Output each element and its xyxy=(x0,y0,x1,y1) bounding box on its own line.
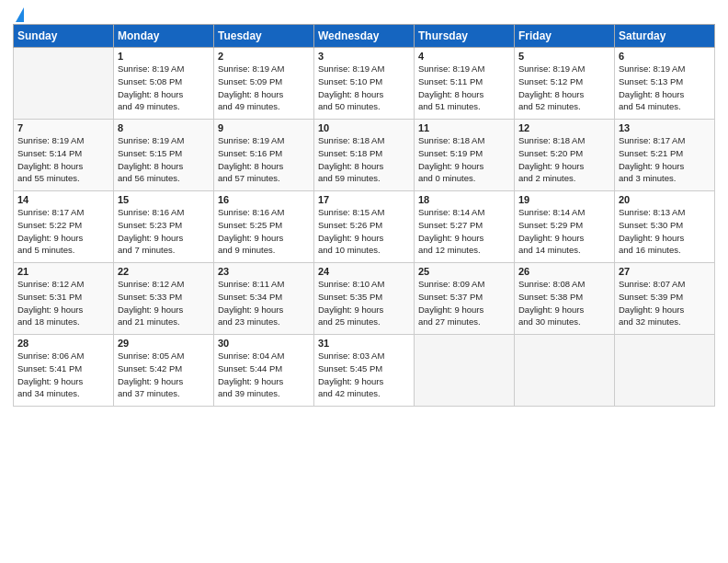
day-info: Sunrise: 8:08 AM Sunset: 5:38 PM Dayligh… xyxy=(518,278,610,328)
page-container: SundayMondayTuesdayWednesdayThursdayFrid… xyxy=(0,0,728,416)
calendar-table: SundayMondayTuesdayWednesdayThursdayFrid… xyxy=(13,24,715,407)
day-number: 3 xyxy=(318,51,410,62)
day-info: Sunrise: 8:19 AM Sunset: 5:10 PM Dayligh… xyxy=(318,63,410,113)
day-number: 10 xyxy=(318,122,410,133)
day-number: 11 xyxy=(418,122,510,133)
day-header-wednesday: Wednesday xyxy=(314,25,415,48)
day-info: Sunrise: 8:17 AM Sunset: 5:22 PM Dayligh… xyxy=(17,206,109,257)
day-number: 15 xyxy=(118,194,210,205)
calendar-week-2: 7Sunrise: 8:19 AM Sunset: 5:14 PM Daylig… xyxy=(14,120,715,191)
calendar-cell: 5Sunrise: 8:19 AM Sunset: 5:12 PM Daylig… xyxy=(515,48,615,120)
day-number: 25 xyxy=(418,266,510,277)
day-info: Sunrise: 8:19 AM Sunset: 5:16 PM Dayligh… xyxy=(218,134,310,185)
calendar-cell: 16Sunrise: 8:16 AM Sunset: 5:25 PM Dayli… xyxy=(214,191,314,263)
day-info: Sunrise: 8:17 AM Sunset: 5:21 PM Dayligh… xyxy=(619,134,711,185)
calendar-cell: 23Sunrise: 8:11 AM Sunset: 5:34 PM Dayli… xyxy=(214,263,314,335)
day-info: Sunrise: 8:13 AM Sunset: 5:30 PM Dayligh… xyxy=(619,206,711,257)
day-info: Sunrise: 8:16 AM Sunset: 5:25 PM Dayligh… xyxy=(218,206,310,257)
calendar-cell xyxy=(415,335,515,407)
day-info: Sunrise: 8:18 AM Sunset: 5:20 PM Dayligh… xyxy=(518,134,610,185)
day-number: 24 xyxy=(318,266,410,277)
day-number: 28 xyxy=(17,338,109,349)
calendar-cell: 20Sunrise: 8:13 AM Sunset: 5:30 PM Dayli… xyxy=(615,191,715,263)
calendar-cell xyxy=(515,335,615,407)
day-info: Sunrise: 8:06 AM Sunset: 5:41 PM Dayligh… xyxy=(17,350,109,400)
day-number: 23 xyxy=(218,266,310,277)
calendar-cell: 21Sunrise: 8:12 AM Sunset: 5:31 PM Dayli… xyxy=(14,263,114,335)
day-number: 5 xyxy=(518,51,610,62)
day-info: Sunrise: 8:19 AM Sunset: 5:08 PM Dayligh… xyxy=(118,63,210,113)
day-number: 7 xyxy=(17,122,109,133)
day-number: 2 xyxy=(218,51,310,62)
calendar-cell: 29Sunrise: 8:05 AM Sunset: 5:42 PM Dayli… xyxy=(114,335,214,407)
day-info: Sunrise: 8:11 AM Sunset: 5:34 PM Dayligh… xyxy=(218,278,310,328)
day-info: Sunrise: 8:03 AM Sunset: 5:45 PM Dayligh… xyxy=(318,350,410,400)
day-info: Sunrise: 8:19 AM Sunset: 5:14 PM Dayligh… xyxy=(17,134,109,185)
day-number: 29 xyxy=(118,338,210,349)
day-info: Sunrise: 8:18 AM Sunset: 5:18 PM Dayligh… xyxy=(318,134,410,185)
calendar-week-1: 1Sunrise: 8:19 AM Sunset: 5:08 PM Daylig… xyxy=(14,48,715,120)
day-info: Sunrise: 8:15 AM Sunset: 5:26 PM Dayligh… xyxy=(318,206,410,257)
day-number: 22 xyxy=(118,266,210,277)
calendar-cell xyxy=(615,335,715,407)
day-number: 13 xyxy=(619,122,711,133)
day-number: 8 xyxy=(118,122,210,133)
day-info: Sunrise: 8:10 AM Sunset: 5:35 PM Dayligh… xyxy=(318,278,410,328)
calendar-week-3: 14Sunrise: 8:17 AM Sunset: 5:22 PM Dayli… xyxy=(14,191,715,263)
calendar-cell: 11Sunrise: 8:18 AM Sunset: 5:19 PM Dayli… xyxy=(415,120,515,191)
day-number: 31 xyxy=(318,338,410,349)
day-info: Sunrise: 8:05 AM Sunset: 5:42 PM Dayligh… xyxy=(118,350,210,400)
logo-triangle-icon xyxy=(16,7,24,22)
calendar-cell: 6Sunrise: 8:19 AM Sunset: 5:13 PM Daylig… xyxy=(615,48,715,120)
day-number: 1 xyxy=(118,51,210,62)
day-info: Sunrise: 8:04 AM Sunset: 5:44 PM Dayligh… xyxy=(218,350,310,400)
calendar-cell: 24Sunrise: 8:10 AM Sunset: 5:35 PM Dayli… xyxy=(314,263,415,335)
day-number: 30 xyxy=(218,338,310,349)
calendar-cell: 27Sunrise: 8:07 AM Sunset: 5:39 PM Dayli… xyxy=(615,263,715,335)
day-header-friday: Friday xyxy=(515,25,615,48)
calendar-cell xyxy=(14,48,114,120)
calendar-cell: 8Sunrise: 8:19 AM Sunset: 5:15 PM Daylig… xyxy=(114,120,214,191)
calendar-cell: 3Sunrise: 8:19 AM Sunset: 5:10 PM Daylig… xyxy=(314,48,415,120)
day-header-sunday: Sunday xyxy=(14,25,114,48)
calendar-cell: 18Sunrise: 8:14 AM Sunset: 5:27 PM Dayli… xyxy=(415,191,515,263)
day-number: 6 xyxy=(619,51,711,62)
day-number: 16 xyxy=(218,194,310,205)
calendar-week-4: 21Sunrise: 8:12 AM Sunset: 5:31 PM Dayli… xyxy=(14,263,715,335)
day-number: 21 xyxy=(17,266,109,277)
day-number: 4 xyxy=(418,51,510,62)
calendar-cell: 31Sunrise: 8:03 AM Sunset: 5:45 PM Dayli… xyxy=(314,335,415,407)
day-info: Sunrise: 8:19 AM Sunset: 5:09 PM Dayligh… xyxy=(218,63,310,113)
day-number: 18 xyxy=(418,194,510,205)
calendar-cell: 30Sunrise: 8:04 AM Sunset: 5:44 PM Dayli… xyxy=(214,335,314,407)
calendar-cell: 2Sunrise: 8:19 AM Sunset: 5:09 PM Daylig… xyxy=(214,48,314,120)
day-info: Sunrise: 8:12 AM Sunset: 5:31 PM Dayligh… xyxy=(17,278,109,328)
header-row: SundayMondayTuesdayWednesdayThursdayFrid… xyxy=(14,25,715,48)
calendar-cell: 19Sunrise: 8:14 AM Sunset: 5:29 PM Dayli… xyxy=(515,191,615,263)
calendar-cell: 15Sunrise: 8:16 AM Sunset: 5:23 PM Dayli… xyxy=(114,191,214,263)
day-info: Sunrise: 8:19 AM Sunset: 5:13 PM Dayligh… xyxy=(619,63,711,113)
day-info: Sunrise: 8:07 AM Sunset: 5:39 PM Dayligh… xyxy=(619,278,711,328)
day-number: 20 xyxy=(619,194,711,205)
day-number: 26 xyxy=(518,266,610,277)
calendar-cell: 25Sunrise: 8:09 AM Sunset: 5:37 PM Dayli… xyxy=(415,263,515,335)
day-header-tuesday: Tuesday xyxy=(214,25,314,48)
calendar-cell: 7Sunrise: 8:19 AM Sunset: 5:14 PM Daylig… xyxy=(14,120,114,191)
calendar-cell: 10Sunrise: 8:18 AM Sunset: 5:18 PM Dayli… xyxy=(314,120,415,191)
day-info: Sunrise: 8:19 AM Sunset: 5:15 PM Dayligh… xyxy=(118,134,210,185)
calendar-cell: 13Sunrise: 8:17 AM Sunset: 5:21 PM Dayli… xyxy=(615,120,715,191)
calendar-cell: 14Sunrise: 8:17 AM Sunset: 5:22 PM Dayli… xyxy=(14,191,114,263)
day-number: 9 xyxy=(218,122,310,133)
calendar-cell: 1Sunrise: 8:19 AM Sunset: 5:08 PM Daylig… xyxy=(114,48,214,120)
calendar-cell: 28Sunrise: 8:06 AM Sunset: 5:41 PM Dayli… xyxy=(14,335,114,407)
calendar-week-5: 28Sunrise: 8:06 AM Sunset: 5:41 PM Dayli… xyxy=(14,335,715,407)
day-info: Sunrise: 8:19 AM Sunset: 5:12 PM Dayligh… xyxy=(518,63,610,113)
calendar-cell: 17Sunrise: 8:15 AM Sunset: 5:26 PM Dayli… xyxy=(314,191,415,263)
day-number: 14 xyxy=(17,194,109,205)
day-number: 27 xyxy=(619,266,711,277)
day-info: Sunrise: 8:16 AM Sunset: 5:23 PM Dayligh… xyxy=(118,206,210,257)
calendar-cell: 4Sunrise: 8:19 AM Sunset: 5:11 PM Daylig… xyxy=(415,48,515,120)
day-info: Sunrise: 8:12 AM Sunset: 5:33 PM Dayligh… xyxy=(118,278,210,328)
calendar-cell: 9Sunrise: 8:19 AM Sunset: 5:16 PM Daylig… xyxy=(214,120,314,191)
day-header-thursday: Thursday xyxy=(415,25,515,48)
